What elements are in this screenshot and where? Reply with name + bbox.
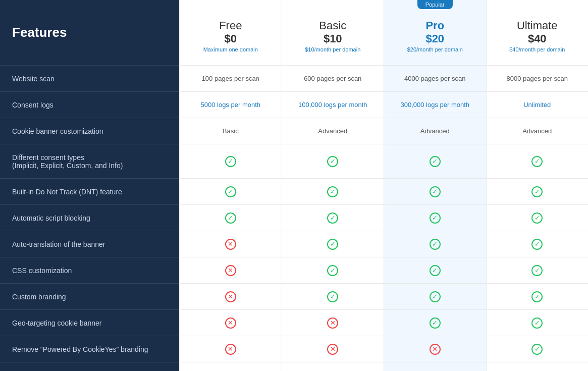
plan-col-basic: Basic$10$10/month per domain600 pages pe…	[282, 0, 384, 371]
plan-cell-3-7: ✓	[487, 257, 589, 284]
cross-icon: ✕	[430, 344, 441, 355]
plan-subtitle-3: $40/month per domain	[509, 46, 565, 52]
plan-price-1: $10	[324, 32, 342, 45]
check-icon: ✓	[430, 291, 441, 302]
plan-header-0: Free$0Maximum one domain	[180, 0, 282, 66]
cross-icon: ✕	[327, 344, 338, 355]
plan-header-2: PopularPro$20$20/month per domain	[384, 0, 486, 66]
plan-cell-2-7: ✓	[384, 257, 486, 284]
check-icon: ✓	[531, 291, 543, 302]
feature-label-8: Custom branding	[0, 284, 179, 310]
check-icon: ✓	[430, 265, 441, 276]
plan-cell-2-5: ✓	[384, 205, 486, 231]
check-icon: ✓	[430, 156, 441, 167]
plan-cell-0-5: ✓	[180, 205, 282, 231]
check-icon: ✓	[430, 239, 441, 250]
check-icon: ✓	[327, 291, 338, 302]
plan-cell-2-3: ✓	[384, 144, 486, 179]
plan-cell-0-6: ✕	[180, 231, 282, 257]
plan-cell-1-2: Advanced	[282, 118, 384, 144]
check-icon: ✓	[225, 156, 236, 167]
cross-icon: ✕	[327, 317, 338, 329]
plan-cell-1-8: ✓	[282, 284, 384, 310]
plan-cell-0-10: ✕	[180, 336, 282, 362]
plan-cell-1-7: ✓	[282, 257, 384, 284]
plan-cell-0-1: 5000 logs per month	[180, 92, 282, 118]
plan-cell-3-6: ✓	[487, 231, 589, 257]
plan-cell-0-2: Basic	[180, 118, 282, 144]
plan-cell-3-1: Unlimited	[487, 92, 589, 118]
plan-cell-0-8: ✕	[180, 284, 282, 310]
check-icon: ✓	[531, 344, 543, 355]
check-icon: ✓	[430, 186, 441, 197]
check-icon: ✓	[531, 317, 543, 329]
plan-cell-3-5: ✓	[487, 205, 589, 231]
plan-cell-1-10: ✕	[282, 336, 384, 362]
plan-header-1: Basic$10$10/month per domain	[282, 0, 384, 66]
plan-cell-1-4: ✓	[282, 179, 384, 205]
plan-cell-2-9: ✓	[384, 310, 486, 336]
plan-col-free: Free$0Maximum one domain100 pages per sc…	[179, 0, 282, 371]
check-icon: ✓	[531, 265, 543, 276]
plan-cell-1-11: Premium support	[282, 362, 384, 371]
popular-badge: Popular	[417, 0, 453, 9]
pricing-table: FeaturesWebsite scanConsent logsCookie b…	[0, 0, 588, 371]
feature-label-1: Consent logs	[0, 92, 179, 118]
cross-icon: ✕	[225, 344, 236, 355]
features-title: Features	[12, 25, 67, 40]
cross-icon: ✕	[225, 265, 236, 276]
plan-name-3: Ultimate	[517, 19, 558, 32]
plan-subtitle-1: $10/month per domain	[305, 46, 360, 52]
plan-cell-2-6: ✓	[384, 231, 486, 257]
plan-col-pro: PopularPro$20$20/month per domain4000 pa…	[384, 0, 486, 371]
cross-icon: ✕	[225, 239, 236, 250]
feature-label-3: Different consent types (Implicit, Expli…	[0, 144, 179, 179]
feature-label-5: Automatic script blocking	[0, 205, 179, 231]
plan-cell-0-7: ✕	[180, 257, 282, 284]
plan-cell-2-0: 4000 pages per scan	[384, 66, 486, 92]
plan-cell-3-9: ✓	[487, 310, 589, 336]
plan-cell-1-0: 600 pages per scan	[282, 66, 384, 92]
check-icon: ✓	[531, 186, 543, 197]
plan-cell-3-11: Premium support	[487, 362, 589, 371]
plan-cell-2-10: ✕	[384, 336, 486, 362]
plan-cell-3-0: 8000 pages per scan	[487, 66, 589, 92]
plan-cell-1-6: ✓	[282, 231, 384, 257]
check-icon: ✓	[327, 186, 338, 197]
check-icon: ✓	[430, 213, 441, 224]
plan-cell-2-11: Premium support	[384, 362, 486, 371]
plan-price-2: $20	[425, 32, 444, 45]
feature-label-6: Auto-translation of the banner	[0, 231, 179, 257]
plan-col-ultimate: Ultimate$40$40/month per domain8000 page…	[486, 0, 589, 371]
plan-cell-2-1: 300,000 logs per month	[384, 92, 486, 118]
feature-label-9: Geo-targeting cookie banner	[0, 310, 179, 336]
plan-name-2: Pro	[425, 19, 444, 32]
cross-icon: ✕	[225, 317, 236, 329]
plan-cell-3-3: ✓	[487, 144, 589, 179]
check-icon: ✓	[327, 156, 338, 167]
feature-label-4: Built-in Do Not Track (DNT) feature	[0, 179, 179, 205]
check-icon: ✓	[327, 265, 338, 276]
feature-label-10: Remove “Powered By CookieYes” branding	[0, 336, 179, 362]
plan-name-1: Basic	[319, 19, 346, 32]
plan-cell-2-2: Advanced	[384, 118, 486, 144]
plan-cell-2-8: ✓	[384, 284, 486, 310]
plan-cell-1-1: 100,000 logs per month	[282, 92, 384, 118]
plan-header-3: Ultimate$40$40/month per domain	[487, 0, 589, 66]
plan-name-0: Free	[219, 19, 242, 32]
feature-label-2: Cookie banner customization	[0, 118, 179, 144]
plan-subtitle-0: Maximum one domain	[203, 46, 258, 52]
check-icon: ✓	[531, 239, 543, 250]
plan-subtitle-2: $20/month per domain	[407, 46, 463, 52]
plan-cell-0-4: ✓	[180, 179, 282, 205]
plan-cell-0-11: Basic support	[180, 362, 282, 371]
plan-cell-0-3: ✓	[180, 144, 282, 179]
check-icon: ✓	[531, 213, 543, 224]
check-icon: ✓	[327, 213, 338, 224]
check-icon: ✓	[225, 186, 236, 197]
feature-label-0: Website scan	[0, 66, 179, 92]
plan-cell-3-10: ✓	[487, 336, 589, 362]
plan-price-3: $40	[528, 32, 547, 45]
plan-cell-3-2: Advanced	[487, 118, 589, 144]
plan-cell-0-0: 100 pages per scan	[180, 66, 282, 92]
